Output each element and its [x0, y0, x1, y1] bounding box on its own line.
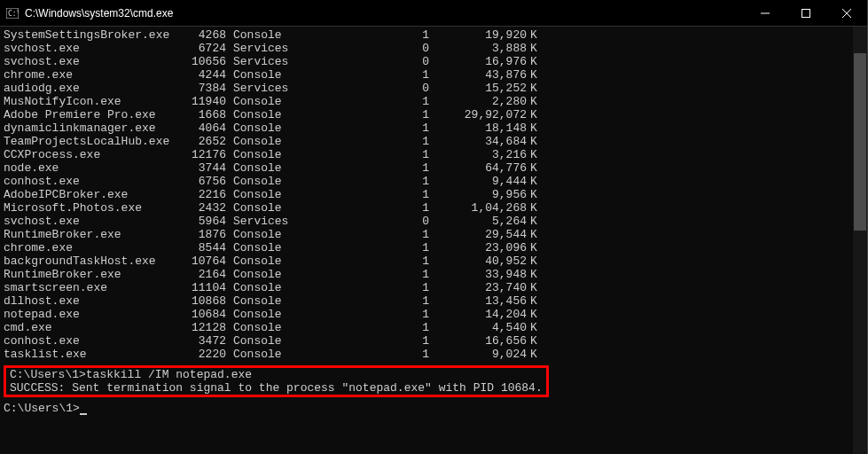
mem-unit: K [527, 28, 544, 42]
mem-usage: 18,148 [429, 121, 527, 135]
mem-usage: 19,920 [429, 28, 527, 42]
process-pid: 1876 [181, 228, 230, 241]
process-pid: 3744 [181, 161, 230, 175]
mem-unit: K [527, 68, 544, 82]
process-name: conhost.exe [4, 334, 181, 348]
session-no: 1 [301, 228, 429, 241]
process-name: RuntimeBroker.exe [4, 228, 181, 241]
session-name: Console [230, 135, 301, 148]
mem-usage: 1,04,268 [429, 201, 527, 215]
close-button[interactable] [826, 0, 867, 26]
session-name: Console [230, 175, 301, 188]
mem-usage: 9,956 [429, 188, 527, 201]
titlebar[interactable]: C:\ C:\Windows\system32\cmd.exe [0, 0, 867, 27]
session-name: Services [230, 42, 301, 55]
session-name: Console [230, 268, 301, 281]
process-name: dllhost.exe [4, 294, 181, 308]
process-pid: 7384 [181, 82, 230, 95]
table-row: Microsoft.Photos.exe 2432Console 1 1,04,… [4, 201, 849, 215]
session-name: Services [230, 55, 301, 68]
process-pid: 10684 [181, 308, 230, 321]
table-row: CCXProcess.exe 12176Console 1 3,216K [4, 148, 849, 161]
process-pid: 12176 [181, 148, 230, 161]
process-name: conhost.exe [4, 175, 181, 188]
mem-unit: K [527, 334, 544, 348]
table-row: svchost.exe 6724Services 0 3,888K [4, 42, 849, 55]
mem-usage: 23,096 [429, 241, 527, 254]
svg-rect-3 [802, 9, 810, 17]
process-pid: 2432 [181, 201, 230, 215]
table-row: AdobeIPCBroker.exe 2216Console 1 9,956K [4, 188, 849, 201]
table-row: RuntimeBroker.exe 2164Console 1 33,948K [4, 268, 849, 281]
mem-unit: K [527, 175, 544, 188]
mem-unit: K [527, 95, 544, 108]
session-no: 1 [301, 108, 429, 121]
process-name: backgroundTaskHost.exe [4, 254, 181, 268]
session-name: Console [230, 188, 301, 201]
scrollbar-thumb[interactable] [854, 53, 866, 231]
table-row: tasklist.exe 2220Console 1 9,024K [4, 348, 849, 361]
process-name: svchost.exe [4, 215, 181, 228]
mem-unit: K [527, 294, 544, 308]
process-pid: 8544 [181, 241, 230, 254]
mem-usage: 5,264 [429, 215, 527, 228]
session-name: Console [230, 148, 301, 161]
session-name: Console [230, 108, 301, 121]
table-row: audiodg.exe 7384Services 0 15,252K [4, 82, 849, 95]
session-name: Console [230, 254, 301, 268]
session-no: 1 [301, 294, 429, 308]
mem-usage: 3,888 [429, 42, 527, 55]
process-name: chrome.exe [4, 68, 181, 82]
prompt-line[interactable]: C:\Users\1> [4, 402, 849, 415]
mem-usage: 15,252 [429, 82, 527, 95]
process-pid: 3472 [181, 334, 230, 348]
mem-unit: K [527, 108, 544, 121]
maximize-button[interactable] [786, 0, 826, 26]
mem-unit: K [527, 268, 544, 281]
session-name: Console [230, 161, 301, 175]
session-name: Console [230, 241, 301, 254]
cursor [80, 404, 87, 415]
mem-unit: K [527, 148, 544, 161]
process-name: smartscreen.exe [4, 281, 181, 294]
mem-unit: K [527, 161, 544, 175]
process-pid: 2164 [181, 268, 230, 281]
process-name: Adobe Premiere Pro.exe [4, 108, 181, 121]
mem-usage: 9,444 [429, 175, 527, 188]
mem-usage: 16,976 [429, 55, 527, 68]
command-line: C:\Users\1>taskkill /IM notepad.exe [10, 368, 543, 381]
scrollbar[interactable] [853, 27, 867, 454]
table-row: TeamProjectsLocalHub.exe 2652Console 1 3… [4, 135, 849, 148]
process-pid: 4244 [181, 68, 230, 82]
session-no: 1 [301, 95, 429, 108]
terminal-output[interactable]: SystemSettingsBroker.exe 4268Console 1 1… [0, 27, 853, 454]
session-no: 1 [301, 175, 429, 188]
session-name: Console [230, 28, 301, 42]
process-pid: 2216 [181, 188, 230, 201]
process-pid: 11104 [181, 281, 230, 294]
process-name: dynamiclinkmanager.exe [4, 121, 181, 135]
table-row: RuntimeBroker.exe 1876Console 1 29,544K [4, 228, 849, 241]
table-row: conhost.exe 3472Console 1 16,656K [4, 334, 849, 348]
session-name: Services [230, 215, 301, 228]
cmd-icon: C:\ [5, 6, 20, 20]
session-name: Console [230, 308, 301, 321]
mem-unit: K [527, 42, 544, 55]
process-name: chrome.exe [4, 241, 181, 254]
session-no: 1 [301, 148, 429, 161]
table-row: backgroundTaskHost.exe 10764Console 1 40… [4, 254, 849, 268]
session-no: 1 [301, 348, 429, 361]
process-name: svchost.exe [4, 42, 181, 55]
mem-usage: 3,216 [429, 148, 527, 161]
session-no: 1 [301, 308, 429, 321]
table-row: cmd.exe 12128Console 1 4,540K [4, 321, 849, 334]
mem-unit: K [527, 228, 544, 241]
process-name: svchost.exe [4, 55, 181, 68]
minimize-button[interactable] [745, 0, 786, 26]
table-row: notepad.exe 10684Console 1 14,204K [4, 308, 849, 321]
process-name: CCXProcess.exe [4, 148, 181, 161]
mem-usage: 14,204 [429, 308, 527, 321]
mem-usage: 4,540 [429, 321, 527, 334]
session-no: 1 [301, 321, 429, 334]
session-no: 1 [301, 334, 429, 348]
